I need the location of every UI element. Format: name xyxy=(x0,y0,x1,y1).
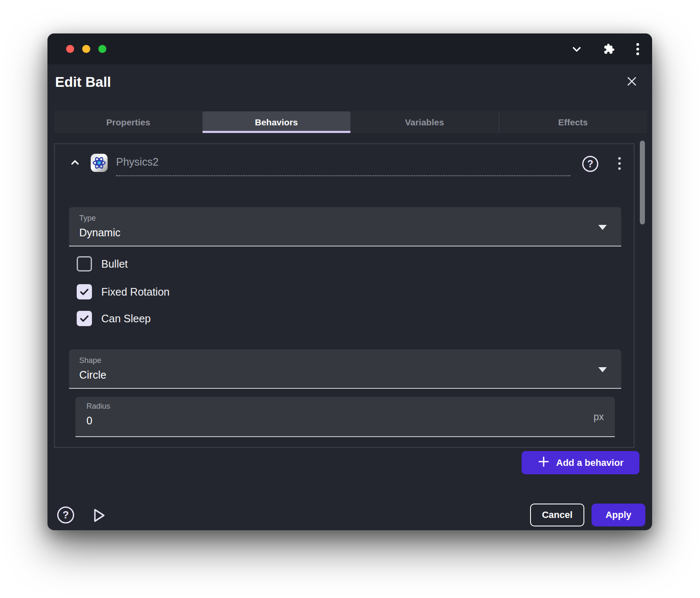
titlebar-actions xyxy=(571,43,652,55)
minimize-window-button[interactable] xyxy=(82,45,90,53)
field-value: 0 xyxy=(86,415,604,427)
help-glyph: ? xyxy=(63,509,69,521)
tab-label: Effects xyxy=(558,117,588,127)
cancel-button[interactable]: Cancel xyxy=(530,504,584,526)
traffic-lights xyxy=(47,45,106,53)
plus-icon xyxy=(538,456,550,470)
apply-button[interactable]: Apply xyxy=(592,504,645,526)
chevron-up-icon xyxy=(70,163,80,169)
close-window-button[interactable] xyxy=(66,45,74,53)
tab-variables[interactable]: Variables xyxy=(350,111,499,133)
field-label: Shape xyxy=(79,356,611,365)
field-label: Type xyxy=(79,214,611,223)
checkbox-can-sleep[interactable]: Can Sleep xyxy=(77,311,151,326)
tab-label: Variables xyxy=(405,117,444,127)
dialog-title: Edit Ball xyxy=(55,74,111,90)
field-label: Radius xyxy=(86,402,604,411)
behavior-menu-icon[interactable] xyxy=(614,157,625,171)
add-behavior-button[interactable]: Add a behavior xyxy=(522,451,639,474)
collapse-behavior-button[interactable] xyxy=(70,158,80,168)
window-titlebar xyxy=(47,33,652,64)
checkbox-box xyxy=(77,311,92,326)
play-icon[interactable] xyxy=(90,507,107,524)
tab-bar: Properties Behaviors Variables Effects xyxy=(54,111,647,133)
zoom-window-button[interactable] xyxy=(98,45,106,53)
checkbox-label: Fixed Rotation xyxy=(101,286,169,298)
caret-down-icon xyxy=(598,367,607,372)
kebab-menu-icon[interactable] xyxy=(636,43,639,55)
help-icon[interactable]: ? xyxy=(582,156,598,172)
tab-properties[interactable]: Properties xyxy=(54,111,203,133)
type-select[interactable]: Type Dynamic xyxy=(69,207,621,246)
tab-label: Behaviors xyxy=(255,117,298,127)
unit-label: px xyxy=(594,411,604,422)
shape-select[interactable]: Shape Circle xyxy=(69,349,621,389)
scrollbar-thumb[interactable] xyxy=(640,141,645,224)
radius-input[interactable]: Radius 0 px xyxy=(75,397,615,437)
checkbox-box xyxy=(77,256,92,271)
chevron-down-icon[interactable] xyxy=(571,44,582,55)
caret-down-icon xyxy=(598,225,607,230)
checkbox-box xyxy=(77,284,92,299)
checkbox-label: Can Sleep xyxy=(101,313,151,325)
extensions-icon[interactable] xyxy=(603,43,615,55)
checkbox-fixed-rotation[interactable]: Fixed Rotation xyxy=(77,284,169,299)
close-icon xyxy=(625,83,638,89)
close-dialog-button[interactable] xyxy=(625,75,639,89)
checkbox-label: Bullet xyxy=(101,258,128,270)
help-icon[interactable]: ? xyxy=(57,507,74,523)
field-value: Dynamic xyxy=(79,227,611,239)
tab-behaviors[interactable]: Behaviors xyxy=(203,111,351,133)
physics-atom-icon xyxy=(90,153,108,174)
behavior-name-input[interactable]: Physics2 xyxy=(116,156,570,176)
edit-ball-dialog-window: Edit Ball Properties Behaviors Variables… xyxy=(47,33,652,530)
tab-label: Properties xyxy=(106,117,150,127)
behavior-card: Physics2 ? Type Dynamic Bullet xyxy=(54,144,634,448)
field-value: Circle xyxy=(79,369,611,381)
tab-effects[interactable]: Effects xyxy=(499,111,647,133)
add-behavior-label: Add a behavior xyxy=(556,457,624,468)
page-background: Edit Ball Properties Behaviors Variables… xyxy=(0,0,700,598)
help-glyph: ? xyxy=(587,158,593,170)
checkbox-bullet[interactable]: Bullet xyxy=(77,256,128,271)
